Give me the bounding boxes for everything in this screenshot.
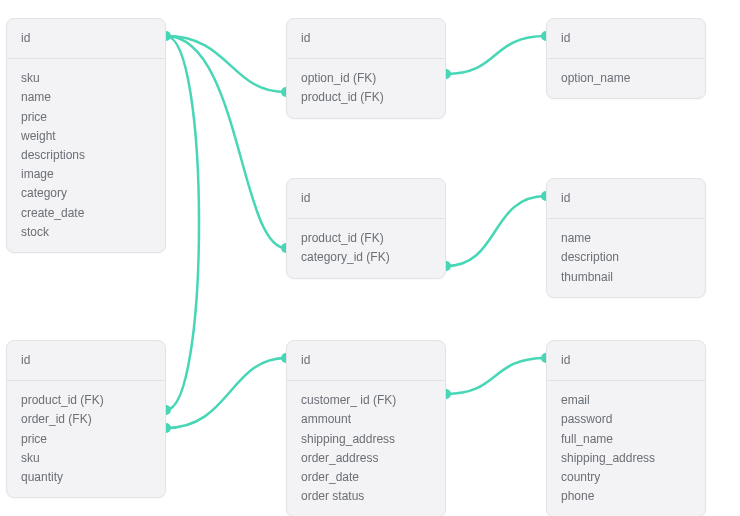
field: category_id (FK) [301, 248, 431, 267]
field: price [21, 430, 151, 449]
field: name [561, 229, 691, 248]
pk-field: id [301, 29, 431, 48]
table-options: options id option_name [546, 18, 706, 99]
field: order_date [301, 468, 431, 487]
field: price [21, 108, 151, 127]
pk-field: id [21, 29, 151, 48]
field: option_id (FK) [301, 69, 431, 88]
field: order_id (FK) [21, 410, 151, 429]
field: product_id (FK) [301, 229, 431, 248]
pk-field: id [561, 189, 691, 208]
field: quantity [21, 468, 151, 487]
pk-field: id [301, 189, 431, 208]
field: shipping_address [561, 449, 691, 468]
field: phone [561, 487, 691, 506]
field: product_id (FK) [301, 88, 431, 107]
pk-field: id [21, 351, 151, 370]
pk-field: id [561, 351, 691, 370]
field: sku [21, 449, 151, 468]
table-orders: orders id customer_ id (FK) ammount ship… [286, 340, 446, 516]
field: descriptions [21, 146, 151, 165]
pk-field: id [561, 29, 691, 48]
field: category [21, 184, 151, 203]
field: name [21, 88, 151, 107]
table-order-details: order_details id product_id (FK) order_i… [6, 340, 166, 498]
field: sku [21, 69, 151, 88]
field: create_date [21, 204, 151, 223]
field: full_name [561, 430, 691, 449]
field: country [561, 468, 691, 487]
field: stock [21, 223, 151, 242]
table-product-categories: product_categories id product_id (FK) ca… [286, 178, 446, 279]
field: image [21, 165, 151, 184]
table-product-options: product_options id option_id (FK) produc… [286, 18, 446, 119]
field: description [561, 248, 691, 267]
field: order status [301, 487, 431, 506]
field: shipping_address [301, 430, 431, 449]
table-categories: categories id name description thumbnail [546, 178, 706, 298]
field: customer_ id (FK) [301, 391, 431, 410]
field: email [561, 391, 691, 410]
field: ammount [301, 410, 431, 429]
field: option_name [561, 69, 691, 88]
er-diagram-canvas: product id sku name price weight descrip… [0, 0, 740, 516]
field: weight [21, 127, 151, 146]
pk-field: id [301, 351, 431, 370]
field: thumbnail [561, 268, 691, 287]
field: product_id (FK) [21, 391, 151, 410]
table-product: product id sku name price weight descrip… [6, 18, 166, 253]
field: password [561, 410, 691, 429]
field: order_address [301, 449, 431, 468]
table-customers: customers id email password full_name sh… [546, 340, 706, 516]
